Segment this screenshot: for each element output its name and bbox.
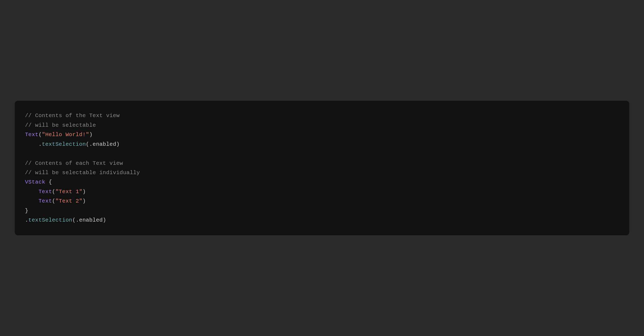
code-token-punct: ): [89, 132, 93, 138]
code-token-punct: (: [52, 189, 56, 195]
code-token-default: enabled: [79, 217, 103, 223]
code-line: .textSelection(.enabled): [25, 215, 619, 225]
code-line: Text("Text 1"): [25, 187, 619, 196]
code-token-punct: ): [116, 141, 120, 147]
code-token-comment: // Contents of the Text view: [25, 113, 120, 119]
code-token-method: textSelection: [42, 141, 86, 147]
code-token-method: textSelection: [28, 217, 72, 223]
code-token-punct: .: [25, 141, 42, 147]
code-token-punct: (.: [86, 141, 93, 147]
code-line: }: [25, 206, 619, 215]
code-token-punct: (: [38, 132, 42, 138]
code-token-punct: [25, 189, 38, 195]
code-line: Text("Hello World!"): [25, 130, 619, 139]
code-line: .textSelection(.enabled): [25, 140, 619, 149]
code-line: [25, 149, 619, 158]
code-token-string: "Hello World!": [42, 132, 89, 138]
code-line: // will be selectable: [25, 121, 619, 130]
code-line: // Contents of each Text view: [25, 159, 619, 168]
code-token-punct: .: [25, 217, 28, 223]
code-token-punct: ): [82, 189, 86, 195]
code-token-comment: // will be selectable individually: [25, 170, 140, 176]
code-token-punct: {: [45, 179, 52, 185]
code-token-type: Text: [25, 132, 38, 138]
code-token-type: VStack: [25, 179, 45, 185]
code-token-comment: // will be selectable: [25, 122, 96, 128]
code-token-type: Text: [38, 189, 52, 195]
code-token-string: "Text 2": [55, 198, 82, 204]
code-token-punct: (.: [72, 217, 79, 223]
code-block[interactable]: // Contents of the Text view// will be s…: [15, 101, 629, 235]
code-line: // will be selectable individually: [25, 168, 619, 177]
code-token-punct: [25, 198, 38, 204]
code-token-string: "Text 1": [55, 189, 82, 195]
code-token-punct: ): [103, 217, 106, 223]
code-token-type: Text: [38, 198, 52, 204]
code-token-punct: ): [82, 198, 86, 204]
code-line: // Contents of the Text view: [25, 111, 619, 120]
page-container: // Contents of the Text view// will be s…: [0, 61, 644, 275]
code-token-punct: (: [52, 198, 56, 204]
code-token-comment: // Contents of each Text view: [25, 160, 123, 166]
code-token-punct: }: [25, 208, 28, 214]
code-line: Text("Text 2"): [25, 196, 619, 206]
code-line: VStack {: [25, 177, 619, 187]
code-token-default: enabled: [93, 141, 116, 147]
